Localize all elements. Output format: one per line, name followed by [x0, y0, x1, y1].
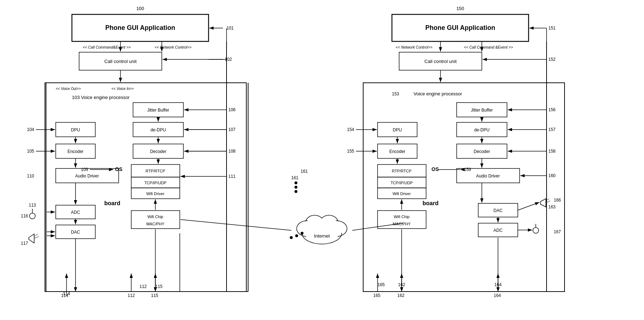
- svg-text:115: 115: [155, 284, 163, 289]
- svg-text:155: 155: [347, 149, 354, 154]
- svg-text:114: 114: [61, 293, 68, 298]
- svg-text:Wifi Driver: Wifi Driver: [146, 191, 165, 196]
- svg-text:Wifi Driver: Wifi Driver: [393, 191, 411, 196]
- svg-text:109: 109: [81, 167, 88, 172]
- svg-text:115: 115: [151, 293, 158, 298]
- svg-text:<< Call Command &Event >>: << Call Command &Event >>: [464, 45, 513, 49]
- svg-text:DAC: DAC: [493, 208, 503, 213]
- svg-text:DPU: DPU: [71, 127, 80, 132]
- svg-text:Internet: Internet: [314, 233, 330, 239]
- svg-text:Wifi Chip: Wifi Chip: [394, 215, 410, 219]
- svg-text:Call control unit: Call control unit: [424, 59, 457, 64]
- svg-text:Decoder: Decoder: [150, 149, 166, 154]
- svg-text:166: 166: [554, 198, 561, 203]
- svg-text:111: 111: [228, 174, 236, 179]
- svg-line-213: [518, 202, 539, 210]
- svg-text:<< Call Command&Event >>: << Call Command&Event >>: [83, 45, 131, 49]
- svg-point-108: [294, 186, 297, 189]
- svg-point-101: [301, 232, 303, 235]
- diagram-container: Phone GUI Application 101 100 << Call Co…: [0, 0, 644, 320]
- svg-text:<< Voice In>>: << Voice In>>: [111, 87, 134, 91]
- svg-text:117: 117: [21, 241, 28, 246]
- svg-text:112: 112: [140, 284, 147, 289]
- svg-text:153: 153: [392, 91, 399, 96]
- svg-text:<< Network Control>>: << Network Control>>: [396, 45, 433, 49]
- svg-text:MAC/PHY: MAC/PHY: [146, 222, 165, 226]
- svg-text:163: 163: [548, 204, 556, 209]
- svg-text:161: 161: [291, 175, 298, 180]
- svg-text:TCP/IP/UDP: TCP/IP/UDP: [390, 181, 413, 185]
- svg-text:167: 167: [554, 229, 561, 234]
- svg-text:158: 158: [548, 149, 556, 154]
- svg-text:ADC: ADC: [71, 210, 80, 215]
- svg-text:<< Network Control>>: << Network Control>>: [155, 45, 192, 49]
- svg-text:de-DPU: de-DPU: [474, 127, 490, 132]
- svg-text:ADC: ADC: [493, 228, 503, 233]
- svg-text:103 Voice engine processor: 103 Voice engine processor: [72, 95, 130, 100]
- svg-text:101: 101: [227, 26, 234, 31]
- svg-text:Call control unit: Call control unit: [104, 59, 137, 64]
- svg-text:Decoder: Decoder: [474, 149, 490, 154]
- svg-text:100: 100: [136, 6, 144, 11]
- svg-text:113: 113: [29, 203, 36, 208]
- svg-text:108: 108: [228, 149, 236, 154]
- svg-line-67: [34, 236, 39, 238]
- svg-text:Encoder: Encoder: [389, 149, 406, 154]
- svg-text:112: 112: [128, 293, 135, 298]
- svg-text:159: 159: [464, 167, 471, 172]
- svg-text:152: 152: [548, 57, 556, 62]
- svg-text:105: 105: [27, 149, 34, 154]
- diagram-svg: Phone GUI Application 101 100 << Call Co…: [0, 0, 644, 320]
- svg-text:151: 151: [548, 26, 556, 31]
- svg-text:TCP/IP/UDP: TCP/IP/UDP: [144, 181, 166, 185]
- svg-text:MAC/PHY: MAC/PHY: [393, 222, 411, 226]
- svg-text:Jitter Buffer: Jitter Buffer: [471, 108, 493, 113]
- svg-line-104: [181, 220, 291, 230]
- svg-text:OS: OS: [431, 166, 439, 172]
- svg-text:157: 157: [548, 127, 556, 132]
- svg-text:162: 162: [397, 293, 405, 298]
- svg-text:de-DPU: de-DPU: [151, 127, 166, 132]
- svg-text:Wifi Chip: Wifi Chip: [147, 215, 163, 219]
- svg-text:RTP/RTCP: RTP/RTCP: [392, 169, 412, 173]
- svg-text:106: 106: [228, 107, 236, 112]
- svg-text:DAC: DAC: [71, 230, 80, 235]
- svg-text:104: 104: [27, 127, 34, 132]
- svg-text:Audio Driver: Audio Driver: [476, 173, 500, 179]
- svg-text:107: 107: [228, 127, 236, 132]
- svg-text:165: 165: [378, 282, 385, 287]
- svg-point-99: [320, 216, 336, 228]
- svg-text:Encoder: Encoder: [68, 149, 84, 154]
- svg-text:Voice engine processor: Voice engine processor: [414, 91, 462, 96]
- svg-marker-166: [540, 199, 546, 207]
- svg-rect-0: [45, 83, 246, 292]
- svg-text:DPU: DPU: [393, 127, 402, 132]
- svg-point-107: [294, 181, 297, 184]
- svg-text:Phone GUI Application: Phone GUI Application: [425, 24, 495, 31]
- svg-text:160: 160: [548, 173, 556, 178]
- svg-text:154: 154: [347, 127, 354, 132]
- svg-text:Audio Driver: Audio Driver: [75, 173, 99, 179]
- svg-line-66: [34, 234, 38, 236]
- svg-text:board: board: [104, 200, 120, 206]
- svg-text:Phone GUI Application: Phone GUI Application: [105, 24, 175, 31]
- svg-rect-121: [363, 83, 565, 292]
- svg-point-169: [533, 227, 539, 233]
- svg-text:RTP/RTCP: RTP/RTCP: [146, 169, 165, 173]
- svg-text:165: 165: [373, 293, 380, 298]
- svg-text:Jitter Buffer: Jitter Buffer: [147, 108, 169, 113]
- svg-text:board: board: [423, 200, 438, 206]
- svg-text:110: 110: [27, 173, 34, 179]
- svg-text:161: 161: [301, 169, 308, 174]
- svg-text:<< Voice Out>>: << Voice Out>>: [56, 87, 81, 91]
- svg-text:164: 164: [494, 293, 501, 298]
- svg-text:150: 150: [456, 6, 464, 11]
- svg-text:116: 116: [21, 213, 28, 218]
- svg-text:156: 156: [548, 107, 556, 112]
- svg-point-109: [294, 190, 297, 193]
- svg-point-62: [29, 213, 35, 219]
- svg-point-102: [295, 234, 298, 237]
- svg-point-103: [290, 236, 293, 239]
- svg-marker-65: [29, 234, 34, 243]
